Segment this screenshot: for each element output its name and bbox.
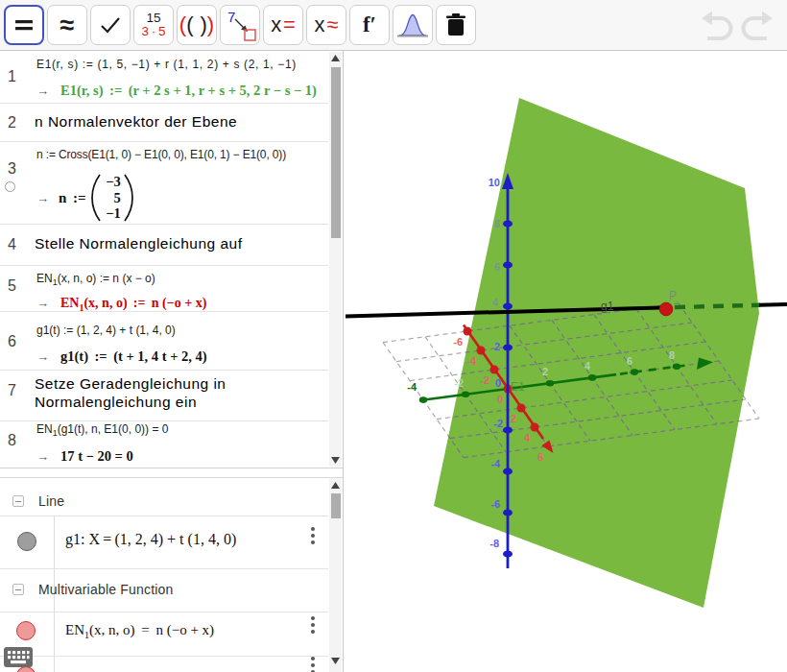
svg-text:6: 6 [494,261,500,273]
svg-text:-6: -6 [453,336,463,348]
svg-text:-6: -6 [490,498,500,510]
svg-text:7: 7 [227,9,235,25]
svg-text:6: 6 [537,451,543,463]
svg-text:0: 0 [497,394,503,405]
svg-text:8: 8 [669,349,675,361]
svg-text:8: 8 [494,218,500,229]
svg-text:0: 0 [495,377,501,389]
svg-text:-8: -8 [489,538,499,549]
svg-text:4: 4 [492,297,499,308]
svg-text:4: 4 [524,432,531,444]
svg-text:-2: -2 [480,374,489,386]
svg-text:-2: -2 [454,377,464,389]
svg-text:-4: -4 [407,381,417,393]
svg-text:E1: E1 [511,380,525,394]
svg-text:2: 2 [542,366,548,377]
svg-text:4: 4 [584,360,591,372]
svg-text:2: 2 [494,341,500,352]
svg-text:2: 2 [511,413,516,424]
svg-text:6: 6 [627,355,632,367]
svg-text:g1: g1 [601,300,614,313]
svg-text:-2: -2 [493,418,503,429]
svg-text:10: 10 [489,177,500,188]
svg-text:-4: -4 [490,458,501,469]
svg-text:P: P [669,289,677,302]
svg-text:-4: -4 [466,355,477,367]
